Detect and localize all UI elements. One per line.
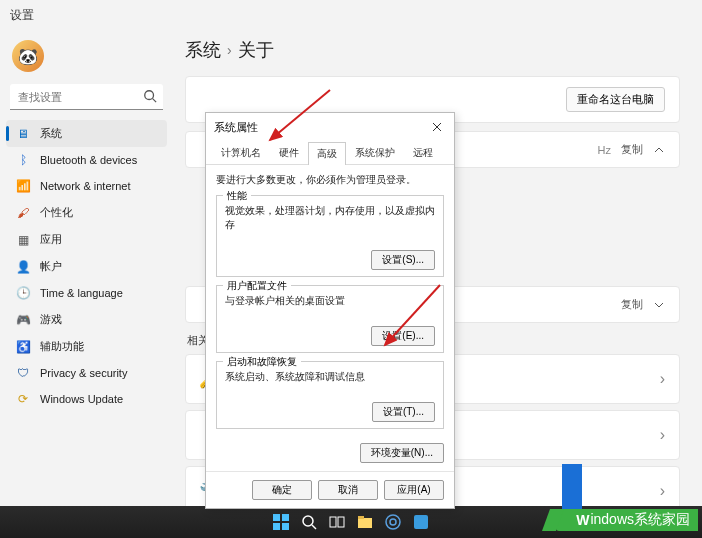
gear-icon bbox=[385, 514, 401, 530]
group-desc: 视觉效果，处理器计划，内存使用，以及虚拟内存 bbox=[225, 204, 435, 232]
sidebar-item-9[interactable]: 🛡Privacy & security bbox=[6, 360, 167, 386]
shield-icon: 🛡 bbox=[16, 366, 30, 380]
group-desc: 与登录帐户相关的桌面设置 bbox=[225, 294, 435, 308]
sidebar-item-label: 个性化 bbox=[40, 205, 73, 220]
pinned-app-button[interactable] bbox=[410, 511, 432, 533]
group-settings-button-1[interactable]: 设置(E)... bbox=[371, 326, 435, 346]
dialog-titlebar: 系统属性 bbox=[206, 113, 454, 141]
sidebar-item-5[interactable]: 👤帐户 bbox=[6, 253, 167, 280]
search-taskbar-button[interactable] bbox=[298, 511, 320, 533]
dialog-tabs: 计算机名硬件高级系统保护远程 bbox=[206, 141, 454, 165]
sidebar-item-label: 应用 bbox=[40, 232, 62, 247]
sidebar-item-label: Bluetooth & devices bbox=[40, 154, 137, 166]
svg-point-18 bbox=[390, 519, 396, 525]
sidebar-item-7[interactable]: 🎮游戏 bbox=[6, 306, 167, 333]
sidebar-item-label: Network & internet bbox=[40, 180, 130, 192]
watermark-text: indows系统家园 bbox=[590, 511, 690, 529]
folder-icon bbox=[357, 514, 373, 530]
tab-3[interactable]: 系统保护 bbox=[346, 141, 404, 164]
search-icon bbox=[143, 89, 157, 103]
settings-taskbar-button[interactable] bbox=[382, 511, 404, 533]
group-desc: 系统启动、系统故障和调试信息 bbox=[225, 370, 435, 384]
nav-list: 🖥系统ᛒBluetooth & devices📶Network & intern… bbox=[6, 120, 167, 412]
chevron-right-icon: › bbox=[660, 482, 665, 500]
close-icon bbox=[432, 122, 442, 132]
windows-icon bbox=[273, 514, 289, 530]
svg-rect-15 bbox=[338, 517, 344, 527]
env-vars-button[interactable]: 环境变量(N)... bbox=[360, 443, 444, 463]
group-legend: 启动和故障恢复 bbox=[223, 355, 301, 369]
breadcrumb-root[interactable]: 系统 bbox=[185, 38, 221, 62]
svg-rect-10 bbox=[273, 523, 280, 530]
sidebar-item-10[interactable]: ⟳Windows Update bbox=[6, 386, 167, 412]
chevron-down-icon bbox=[653, 299, 665, 311]
hz-hint: Hz bbox=[598, 144, 611, 156]
sidebar-item-label: 帐户 bbox=[40, 259, 62, 274]
copy-label-1[interactable]: 复制 bbox=[621, 142, 643, 157]
tab-0[interactable]: 计算机名 bbox=[212, 141, 270, 164]
dialog-title: 系统属性 bbox=[214, 120, 258, 135]
dialog-note: 要进行大多数更改，你必须作为管理员登录。 bbox=[216, 173, 444, 187]
group-legend: 用户配置文件 bbox=[223, 279, 291, 293]
svg-rect-16 bbox=[358, 518, 372, 528]
dialog-groups: 性能视觉效果，处理器计划，内存使用，以及虚拟内存设置(S)...用户配置文件与登… bbox=[216, 195, 444, 429]
svg-rect-11 bbox=[282, 523, 289, 530]
bluetooth-icon: ᛒ bbox=[16, 153, 30, 167]
sidebar-item-6[interactable]: 🕒Time & language bbox=[6, 280, 167, 306]
user-icon: 👤 bbox=[16, 260, 30, 274]
svg-rect-8 bbox=[273, 514, 280, 521]
user-row[interactable]: 🐼 bbox=[6, 36, 167, 76]
copy-label-2[interactable]: 复制 bbox=[621, 297, 643, 312]
start-button[interactable] bbox=[270, 511, 292, 533]
update-icon: ⟳ bbox=[16, 392, 30, 406]
search-icon bbox=[301, 514, 317, 530]
sidebar-item-8[interactable]: ♿辅助功能 bbox=[6, 333, 167, 360]
app-icon bbox=[414, 515, 428, 529]
close-button[interactable] bbox=[428, 118, 446, 136]
sidebar-item-label: 游戏 bbox=[40, 312, 62, 327]
tab-2[interactable]: 高级 bbox=[308, 142, 346, 165]
group-legend: 性能 bbox=[223, 189, 251, 203]
wifi-icon: 📶 bbox=[16, 179, 30, 193]
game-icon: 🎮 bbox=[16, 313, 30, 327]
env-row: 环境变量(N)... bbox=[206, 443, 454, 471]
chevron-right-icon: › bbox=[660, 370, 665, 388]
tab-4[interactable]: 远程 bbox=[404, 141, 442, 164]
brush-icon: 🖌 bbox=[16, 206, 30, 220]
blue-decoration bbox=[562, 464, 582, 514]
svg-point-12 bbox=[303, 516, 313, 526]
breadcrumb-current: 关于 bbox=[238, 38, 274, 62]
sidebar-item-0[interactable]: 🖥系统 bbox=[6, 120, 167, 147]
window-title: 设置 bbox=[10, 7, 34, 24]
clock-icon: 🕒 bbox=[16, 286, 30, 300]
sidebar-item-label: 辅助功能 bbox=[40, 339, 84, 354]
rename-pc-button[interactable]: 重命名这台电脑 bbox=[566, 87, 665, 112]
sidebar-item-4[interactable]: ▦应用 bbox=[6, 226, 167, 253]
sidebar-item-label: 系统 bbox=[40, 126, 62, 141]
svg-line-1 bbox=[153, 99, 157, 103]
sidebar-item-2[interactable]: 📶Network & internet bbox=[6, 173, 167, 199]
explorer-button[interactable] bbox=[354, 511, 376, 533]
chevron-up-icon bbox=[653, 144, 665, 156]
chevron-right-icon: › bbox=[660, 426, 665, 444]
task-view-button[interactable] bbox=[326, 511, 348, 533]
search-box bbox=[10, 84, 163, 110]
group-settings-button-0[interactable]: 设置(S)... bbox=[371, 250, 435, 270]
cancel-button[interactable]: 取消 bbox=[318, 480, 378, 500]
breadcrumb: 系统 › 关于 bbox=[185, 38, 680, 62]
apply-button[interactable]: 应用(A) bbox=[384, 480, 444, 500]
task-view-icon bbox=[329, 514, 345, 530]
sidebar-item-label: Privacy & security bbox=[40, 367, 127, 379]
dialog-footer: 确定 取消 应用(A) bbox=[206, 471, 454, 508]
search-input[interactable] bbox=[10, 84, 163, 110]
sidebar-item-1[interactable]: ᛒBluetooth & devices bbox=[6, 147, 167, 173]
svg-point-19 bbox=[386, 515, 400, 529]
group-0: 性能视觉效果，处理器计划，内存使用，以及虚拟内存设置(S)... bbox=[216, 195, 444, 277]
access-icon: ♿ bbox=[16, 340, 30, 354]
svg-rect-17 bbox=[358, 516, 364, 519]
avatar: 🐼 bbox=[12, 40, 44, 72]
tab-1[interactable]: 硬件 bbox=[270, 141, 308, 164]
group-settings-button-2[interactable]: 设置(T)... bbox=[372, 402, 435, 422]
ok-button[interactable]: 确定 bbox=[252, 480, 312, 500]
sidebar-item-3[interactable]: 🖌个性化 bbox=[6, 199, 167, 226]
